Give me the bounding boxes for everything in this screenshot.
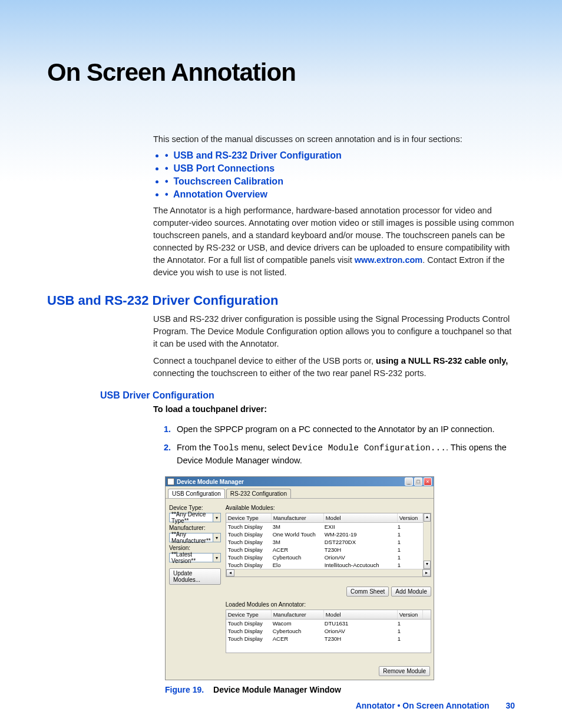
- section-heading-usb-rs232: USB and RS-232 Driver Configuration: [47, 293, 515, 308]
- chevron-down-icon: ▾: [213, 533, 220, 542]
- manufacturer-value: **Any Manufacturer**: [170, 531, 213, 544]
- add-module-button[interactable]: Add Module: [391, 587, 431, 597]
- scroll-left-icon[interactable]: ◂: [226, 569, 234, 577]
- remove-module-button[interactable]: Remove Module: [379, 666, 430, 676]
- col-manufacturer[interactable]: Manufacturer: [272, 610, 324, 619]
- col-version[interactable]: Version: [398, 513, 423, 522]
- connect-text-c: connecting the touchscreen to either of …: [153, 368, 426, 378]
- chevron-down-icon: ▾: [213, 513, 220, 522]
- table-header: Device Type Manufacturer Model Version: [226, 513, 423, 523]
- minimize-button[interactable]: _: [405, 477, 413, 486]
- window-icon: [167, 478, 174, 485]
- config-paragraph: USB and RS-232 driver configuration is p…: [153, 313, 515, 350]
- close-button[interactable]: ×: [424, 477, 432, 486]
- col-version[interactable]: Version: [398, 610, 423, 619]
- modules-column: Available Modules: Device Type Manufactu…: [226, 502, 431, 653]
- extron-link[interactable]: www.extron.com: [355, 255, 422, 265]
- col-manufacturer[interactable]: Manufacturer: [272, 513, 324, 522]
- device-type-value: **Any Device Type**: [170, 511, 213, 524]
- chevron-down-icon: ▾: [213, 554, 220, 562]
- update-modules-button[interactable]: Update Modules...: [169, 568, 221, 585]
- device-module-config-label: Device Module Configuration...: [292, 443, 446, 453]
- device-type-dropdown[interactable]: **Any Device Type**▾: [169, 513, 221, 522]
- scroll-right-icon[interactable]: ▸: [422, 569, 431, 577]
- tab-rs232-configuration[interactable]: RS-232 Configuration: [226, 489, 291, 498]
- available-modules-body: Touch Display3MEXII1 Touch DisplayOne Wo…: [226, 523, 423, 569]
- step-2-text-a: From the: [177, 443, 213, 452]
- step-number: 1.: [164, 423, 171, 436]
- footer-doc-title: Annotator • On Screen Annotation: [356, 701, 490, 710]
- col-device-type[interactable]: Device Type: [226, 513, 272, 522]
- figure-title: Device Module Manager Window: [213, 685, 341, 694]
- version-value: **Latest Version**: [170, 551, 213, 564]
- table-row[interactable]: Touch DisplayCybertouchOrionAV1: [226, 554, 423, 561]
- scroll-down-icon[interactable]: ▾: [424, 561, 431, 569]
- table-row[interactable]: Touch DisplayCybertouchOrionAV1: [226, 627, 431, 635]
- table-row[interactable]: Touch DisplayACERT230H1: [226, 546, 423, 554]
- page-footer: Annotator • On Screen Annotation 30: [356, 701, 515, 710]
- maximize-button[interactable]: □: [414, 477, 422, 486]
- available-modules-table: Device Type Manufacturer Model Version T…: [226, 513, 431, 577]
- loaded-modules-table: Device Type Manufacturer Model Version T…: [226, 610, 431, 653]
- vertical-scrollbar[interactable]: ▴ ▾: [423, 513, 431, 569]
- col-device-type[interactable]: Device Type: [226, 610, 272, 619]
- figure-19: Device Module Manager _ □ × USB Configur…: [165, 476, 515, 694]
- window-title: Device Module Manager: [177, 479, 404, 485]
- connect-bold: using a NULL RS-232 cable only,: [376, 356, 508, 365]
- col-model[interactable]: Model: [324, 610, 398, 619]
- available-modules-label: Available Modules:: [226, 505, 431, 511]
- filter-column: Device Type: **Any Device Type**▾ Manufa…: [169, 502, 221, 653]
- window-titlebar: Device Module Manager _ □ ×: [166, 477, 434, 486]
- page-title: On Screen Annotation: [47, 59, 515, 86]
- intro-paragraph: This section of the manual discusses on …: [153, 133, 515, 146]
- connect-text-a: Connect a touchpanel device to either of…: [153, 356, 376, 365]
- toc-link-touchscreen-cal[interactable]: Touchscreen Calibration: [174, 176, 283, 186]
- col-model[interactable]: Model: [324, 513, 398, 522]
- version-label: Version:: [169, 545, 221, 551]
- table-header: Device Type Manufacturer Model Version: [226, 610, 431, 620]
- panel-content: Device Type: **Any Device Type**▾ Manufa…: [166, 499, 434, 657]
- scroll-up-icon[interactable]: ▴: [424, 513, 431, 522]
- manufacturer-dropdown[interactable]: **Any Manufacturer**▾: [169, 533, 221, 542]
- figure-number: Figure 19.: [165, 685, 204, 694]
- loaded-modules-body: Touch DisplayWacomDTU16311 Touch Display…: [226, 620, 431, 653]
- table-row[interactable]: Touch DisplayWacomDTU16311: [226, 620, 431, 627]
- comm-sheet-button[interactable]: Comm Sheet: [346, 587, 389, 597]
- step-number: 2.: [164, 442, 171, 454]
- loaded-modules-label: Loaded Modules on Annotator:: [226, 601, 431, 608]
- page-number: 30: [505, 701, 515, 710]
- table-row[interactable]: Touch Display3MDST2270DX1: [226, 538, 423, 546]
- overview-paragraph: The Annotator is a high performance, har…: [153, 205, 515, 279]
- figure-caption: Figure 19. Device Module Manager Window: [165, 685, 515, 694]
- manufacturer-label: Manufacturer:: [169, 525, 221, 531]
- tools-menu-label: Tools: [213, 443, 239, 453]
- toc-link-usb-rs232[interactable]: USB and RS-232 Driver Configuration: [174, 150, 342, 160]
- toc-link-annotation-overview[interactable]: Annotation Overview: [173, 189, 267, 199]
- toc-list: • USB and RS-232 Driver Configuration • …: [165, 150, 515, 200]
- version-dropdown[interactable]: **Latest Version**▾: [169, 553, 221, 562]
- scroll-track[interactable]: [234, 569, 422, 577]
- table-row[interactable]: Touch Display3MEXII1: [226, 523, 423, 531]
- horizontal-scrollbar[interactable]: ◂ ▸: [226, 569, 431, 577]
- tab-usb-configuration[interactable]: USB Configuration: [168, 489, 225, 498]
- procedure-list: 1.Open the SPPCP program on a PC connect…: [153, 423, 515, 467]
- step-2-text-c: menu, select: [239, 443, 292, 452]
- device-module-manager-window: Device Module Manager _ □ × USB Configur…: [165, 476, 434, 680]
- procedure-heading: To load a touchpanel driver:: [153, 404, 515, 414]
- subsection-heading-usb-driver: USB Driver Configuration: [100, 390, 515, 401]
- table-row[interactable]: Touch DisplayEloIntellitouch-Accutouch1: [226, 561, 423, 569]
- connect-paragraph: Connect a touchpanel device to either of…: [153, 355, 515, 380]
- document-page: On Screen Annotation This section of the…: [0, 0, 562, 728]
- tab-bar: USB Configuration RS-232 Configuration: [166, 486, 434, 499]
- available-actions: Comm Sheet Add Module: [226, 581, 431, 597]
- toc-link-usb-port[interactable]: USB Port Connections: [174, 163, 275, 173]
- bottom-actions: Remove Module: [166, 657, 434, 680]
- table-row[interactable]: Touch DisplayACERT230H1: [226, 635, 431, 643]
- step-1-text: Open the SPPCP program on a PC connected…: [177, 424, 495, 434]
- table-row[interactable]: Touch DisplayOne World TouchWM-2201-191: [226, 531, 423, 538]
- device-type-label: Device Type:: [169, 505, 221, 511]
